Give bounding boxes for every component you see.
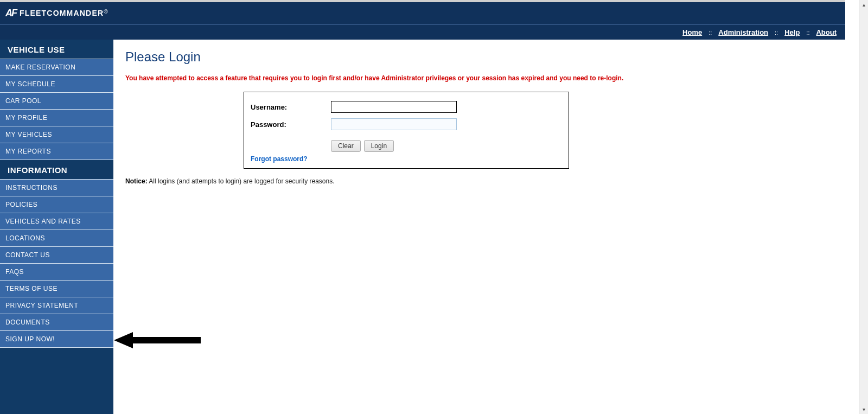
sidebar-item-terms-of-use[interactable]: TERMS OF USE	[0, 281, 113, 297]
scroll-down-icon[interactable]: ▾	[859, 405, 868, 414]
sidebar-item-privacy-statement[interactable]: PRIVACY STATEMENT	[0, 297, 113, 314]
nav-sep: ::	[804, 29, 812, 36]
sidebar-item-contact-us[interactable]: CONTACT US	[0, 247, 113, 264]
topbar: AF FLEETCOMMANDER®	[0, 2, 845, 24]
sidebar-group-information: INSTRUCTIONS POLICIES VEHICLES AND RATES…	[0, 179, 113, 348]
password-label: Password:	[251, 120, 331, 129]
sidebar-item-car-pool[interactable]: CAR POOL	[0, 93, 113, 110]
login-button[interactable]: Login	[364, 140, 394, 152]
trademark-icon: ®	[104, 9, 107, 15]
sidebar-item-my-reports[interactable]: MY REPORTS	[0, 143, 113, 160]
sidebar-heading-vehicle-use: VEHICLE USE	[0, 40, 113, 59]
sidebar-item-make-reservation[interactable]: MAKE RESERVATION	[0, 59, 113, 76]
sidebar-item-faqs[interactable]: FAQS	[0, 264, 113, 281]
username-label: Username:	[251, 103, 331, 111]
notice-label: Notice:	[125, 177, 148, 185]
nav-administration[interactable]: Administration	[718, 28, 768, 36]
sidebar-heading-information: INFORMATION	[0, 160, 113, 179]
sidebar-item-sign-up-now[interactable]: SIGN UP NOW!	[0, 331, 113, 348]
sidebar-item-my-schedule[interactable]: MY SCHEDULE	[0, 76, 113, 93]
sidebar-group-vehicle-use: MAKE RESERVATION MY SCHEDULE CAR POOL MY…	[0, 59, 113, 160]
brand-name: FLEETCOMMANDER	[20, 9, 104, 17]
brand-icon: AF	[5, 8, 16, 19]
password-input[interactable]	[331, 118, 457, 130]
sidebar-item-my-profile[interactable]: MY PROFILE	[0, 110, 113, 126]
nav-help[interactable]: Help	[784, 28, 800, 36]
sidebar: VEHICLE USE MAKE RESERVATION MY SCHEDULE…	[0, 40, 113, 414]
sidebar-item-vehicles-and-rates[interactable]: VEHICLES AND RATES	[0, 213, 113, 230]
main-content: Please Login You have attempted to acces…	[113, 40, 845, 414]
nav-about[interactable]: About	[816, 28, 837, 36]
nav-home[interactable]: Home	[682, 28, 702, 36]
sidebar-item-policies[interactable]: POLICIES	[0, 196, 113, 213]
page-title: Please Login	[125, 49, 833, 65]
sidebar-item-documents[interactable]: DOCUMENTS	[0, 314, 113, 331]
notice-text: All logins (and attempts to login) are l…	[148, 177, 335, 185]
login-form: Username: Password: Clear Login Forgot p…	[244, 92, 569, 169]
nav-sep: ::	[773, 29, 780, 36]
clear-button[interactable]: Clear	[331, 140, 361, 152]
top-nav: Home :: Administration :: Help :: About	[0, 25, 845, 40]
notice: Notice: All logins (and attempts to logi…	[125, 177, 833, 185]
username-input[interactable]	[331, 101, 457, 113]
nav-sep: ::	[706, 29, 714, 36]
sidebar-item-locations[interactable]: LOCATIONS	[0, 230, 113, 247]
brand: AF FLEETCOMMANDER®	[5, 8, 108, 19]
scroll-up-icon[interactable]: ▴	[859, 0, 868, 9]
sidebar-item-instructions[interactable]: INSTRUCTIONS	[0, 179, 113, 196]
error-message: You have attempted to access a feature t…	[125, 74, 833, 82]
scrollbar-track[interactable]	[859, 9, 868, 405]
vertical-scrollbar[interactable]: ▴ ▾	[859, 0, 868, 414]
brand-text: FLEETCOMMANDER®	[20, 9, 108, 17]
forgot-password-link[interactable]: Forgot password?	[251, 155, 308, 163]
sidebar-item-my-vehicles[interactable]: MY VEHICLES	[0, 126, 113, 143]
